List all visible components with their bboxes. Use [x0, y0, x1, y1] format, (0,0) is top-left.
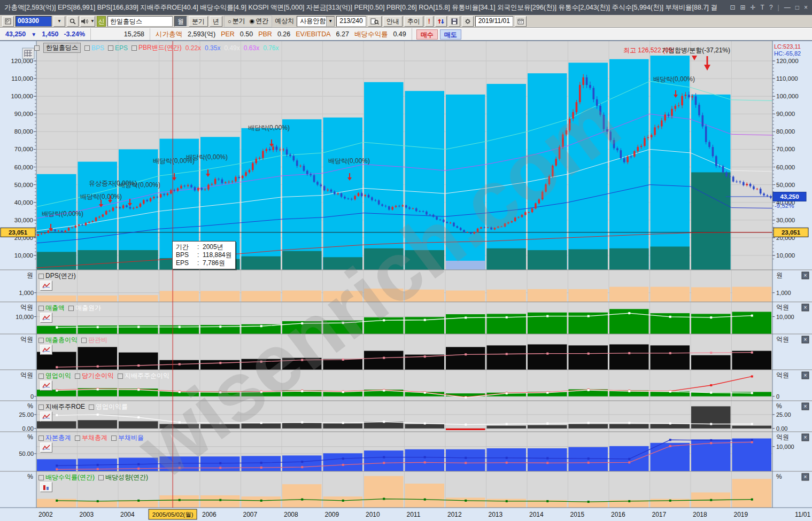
checkbox-icon[interactable]: [38, 436, 44, 441]
candle-body: [691, 96, 693, 97]
window-titlebar[interactable]: 가총액[2,593(억)] EPS[86,991] BPS[166,839] 지…: [0, 0, 812, 15]
checkbox-icon[interactable]: [38, 306, 44, 311]
gear-icon[interactable]: [462, 16, 474, 27]
metric-value: 0.49: [393, 30, 406, 38]
checkbox-icon[interactable]: [89, 405, 94, 410]
checkbox-icon[interactable]: [38, 274, 44, 279]
candle-body: [61, 231, 63, 232]
line-marker: [587, 462, 590, 464]
chart-type-line-icon[interactable]: [40, 281, 52, 291]
checkbox-icon[interactable]: [38, 338, 44, 343]
maximize-button[interactable]: □: [795, 4, 799, 11]
grid-settings-icon[interactable]: [22, 48, 34, 59]
sound-icon[interactable]: ▼: [80, 16, 95, 27]
legend-item-DPS(연간)[interactable]: DPS(연간): [38, 271, 76, 281]
checkbox-icon[interactable]: [108, 45, 113, 51]
candle-body: [378, 200, 380, 205]
chart-type-bar-icon[interactable]: [40, 482, 52, 492]
radio-yearly[interactable]: ◉연간: [250, 17, 269, 26]
candle-body: [180, 186, 182, 189]
chart-type-line-icon[interactable]: [40, 345, 52, 355]
chart-type-line-icon[interactable]: [40, 411, 52, 422]
search-icon[interactable]: [67, 16, 79, 27]
checkbox-icon[interactable]: [38, 475, 44, 480]
legend-item-매출총이익[interactable]: 매출총이익: [38, 336, 78, 345]
legend-item-매출원가[interactable]: 매출원가: [68, 304, 101, 313]
alert-button[interactable]: !: [425, 16, 434, 27]
close-button[interactable]: ×: [804, 4, 808, 11]
legend-item-배당수익률(연간)[interactable]: 배당수익률(연간): [38, 473, 95, 482]
legend-item-부채비율[interactable]: 부채비율: [111, 433, 144, 442]
chart-type-line-icon[interactable]: [40, 313, 52, 323]
checkbox-icon[interactable]: [34, 45, 40, 51]
zoom-doc-icon[interactable]: [368, 16, 382, 27]
legend-item-부채총계[interactable]: 부채총계: [75, 433, 107, 442]
candle-body: [327, 190, 329, 190]
legend-item-pbr-band[interactable]: PBR밴드(연간): [132, 43, 182, 52]
buy-button[interactable]: 매수: [416, 29, 438, 40]
legend-item-자본총계[interactable]: 자본총계: [38, 433, 71, 442]
checkbox-icon[interactable]: [75, 374, 80, 379]
date-field[interactable]: 2019/11/01: [475, 16, 513, 27]
candle-body: [637, 147, 639, 151]
pin-icon[interactable]: ✛: [751, 4, 756, 11]
trend-button[interactable]: 추이: [404, 16, 423, 27]
line-marker: [219, 467, 221, 469]
legend-item-BPS[interactable]: BPS: [84, 44, 104, 52]
checkbox-icon[interactable]: [118, 374, 123, 379]
axis-unit-label: %: [27, 473, 33, 480]
legend-item-영업이익[interactable]: 영업이익: [38, 371, 71, 380]
legend-item-영업이익률[interactable]: 영업이익률: [89, 402, 128, 411]
chart-area[interactable]: 배당락(0,00%)배당락(0,00%)유상증자(0,00%)배당락(0,00%…: [0, 41, 812, 521]
chart-type-line-icon[interactable]: [40, 442, 52, 453]
stock-code-input[interactable]: 003300: [16, 16, 52, 27]
legend-item-배당성향(연간)[interactable]: 배당성향(연간): [98, 473, 148, 482]
legend-item-EPS[interactable]: EPS: [108, 44, 128, 52]
checkbox-icon[interactable]: [111, 436, 117, 441]
checkbox-icon[interactable]: [38, 374, 44, 379]
window-link-icon[interactable]: [2, 16, 14, 27]
x-axis-year-label: 2010: [366, 511, 380, 518]
candle-body: [358, 193, 360, 196]
gross-profit-bar: [651, 345, 690, 370]
dock-icon[interactable]: ⊡: [730, 4, 735, 11]
candle-body: [170, 190, 172, 194]
estimate-select[interactable]: 사용안함▼: [297, 16, 335, 27]
period-month-button[interactable]: 월: [174, 16, 187, 27]
save-icon[interactable]: [448, 16, 460, 27]
candle-body: [200, 188, 203, 190]
calendar-icon[interactable]: [515, 16, 527, 27]
checkbox-icon[interactable]: [132, 45, 137, 51]
checkbox-icon[interactable]: [75, 436, 80, 441]
radio-quarterly[interactable]: ○분기: [228, 17, 245, 26]
checkbox-icon[interactable]: [68, 306, 74, 311]
help-icon[interactable]: ?: [769, 4, 773, 11]
checkbox-icon[interactable]: [98, 475, 104, 480]
roe-bar: [282, 423, 322, 428]
legend-item-지배주주ROE[interactable]: 지배주주ROE: [38, 402, 85, 411]
period-quarter-button[interactable]: 분기: [189, 16, 208, 27]
always-on-top-icon[interactable]: T: [761, 4, 764, 11]
candle-body: [712, 147, 714, 156]
checkbox-icon[interactable]: [38, 405, 44, 410]
candle-body: [157, 197, 159, 197]
guide-button[interactable]: 안내: [383, 16, 403, 27]
capture-icon[interactable]: ⊞: [740, 4, 745, 11]
dps-bar: [78, 296, 118, 302]
legend-item-판관비[interactable]: 판관비: [81, 336, 107, 345]
stock-name-input[interactable]: 한일홀딩스: [107, 16, 173, 27]
minimize-button[interactable]: —: [784, 4, 791, 11]
checkbox-icon[interactable]: [84, 45, 90, 51]
legend-item-매출액[interactable]: 매출액: [38, 304, 65, 313]
signal-arrows-icon[interactable]: [435, 16, 447, 27]
legend-label: 매출원가: [75, 304, 101, 313]
line-marker: [628, 461, 630, 463]
code-dropdown-button[interactable]: ▼: [53, 16, 65, 27]
chart-type-line-icon[interactable]: [40, 380, 52, 391]
legend-item-당기순이익[interactable]: 당기순이익: [75, 371, 114, 380]
financial-chart-canvas[interactable]: 배당락(0,00%)배당락(0,00%)유상증자(0,00%)배당락(0,00%…: [0, 41, 812, 521]
checkbox-icon[interactable]: [81, 338, 87, 343]
period-year-button[interactable]: 년: [210, 16, 222, 27]
legend-item-지배주주순이익[interactable]: 지배주주순이익: [118, 371, 169, 380]
sell-button[interactable]: 매도: [440, 29, 461, 40]
